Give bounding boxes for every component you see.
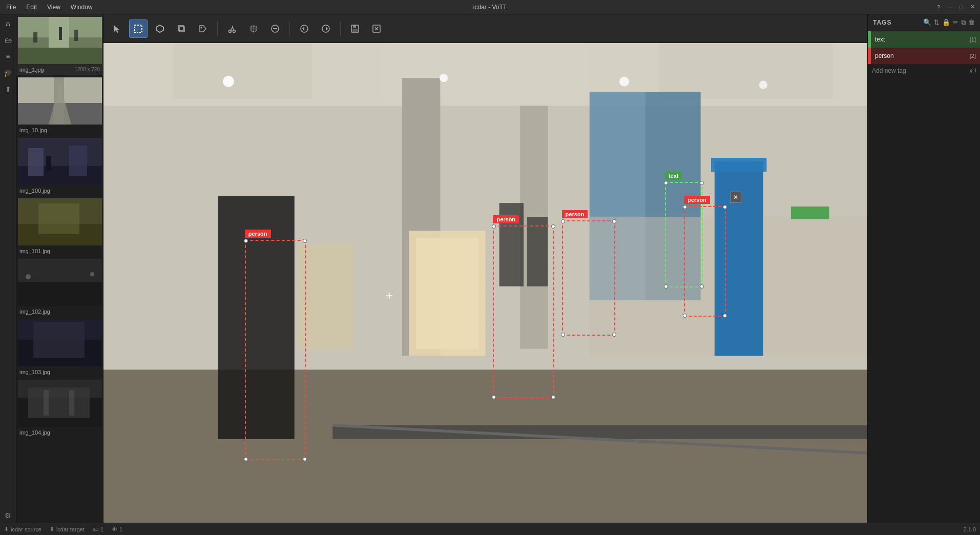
left-sidebar: ⌂ 🗁 ≡ 🎓 ⬆ ⚙ [0, 14, 16, 523]
tags-title: TAGS [873, 19, 891, 26]
tags-delete-icon[interactable]: 🗑 [968, 18, 975, 27]
source-status: ⬇ icdar source [4, 526, 41, 532]
toolbar-separator-2 [289, 22, 290, 36]
app-title: icdar - VoTT [473, 4, 507, 11]
svg-marker-50 [326, 27, 328, 31]
svg-point-79 [759, 81, 767, 89]
tags-count: 1 [100, 526, 103, 532]
list-item[interactable]: img_101.jpg [16, 196, 103, 256]
version-label: 2.1.0 [964, 526, 976, 532]
tag-name: text [871, 36, 966, 43]
list-item[interactable]: img_102.jpg [16, 256, 103, 317]
list-item[interactable]: img_104.jpg [16, 377, 103, 438]
help-button[interactable]: ? [935, 4, 942, 11]
main-image [103, 43, 867, 523]
svg-point-76 [223, 76, 234, 87]
tags-panel: TAGS 🔍 ⇅ 🔒 ✏ ⧉ 🗑 text [1] person [2] Add… [867, 14, 980, 523]
sidebar-folder-icon[interactable]: 🗁 [1, 33, 15, 47]
tags-search-icon[interactable]: 🔍 [923, 18, 931, 27]
sidebar-tag-icon[interactable]: 🎓 [1, 66, 15, 80]
target-status: ⬆ icdar target [50, 526, 85, 532]
target-label: icdar target [56, 526, 85, 532]
tag-item[interactable]: person [2] [868, 48, 980, 64]
tags-header: TAGS 🔍 ⇅ 🔒 ✏ ⧉ 🗑 [868, 14, 980, 31]
tags-lock-icon[interactable]: 🔒 [942, 18, 950, 27]
add-tag-label: Add new tag [872, 67, 906, 74]
delete-tool[interactable] [266, 19, 284, 38]
add-tag-row[interactable]: Add new tag 🏷 [868, 64, 980, 77]
select-tool[interactable] [108, 19, 126, 38]
minimize-button[interactable]: — [946, 4, 953, 11]
svg-rect-52 [353, 25, 356, 28]
menu-window[interactable]: Window [69, 3, 95, 12]
save-tool[interactable] [346, 19, 364, 38]
close-button[interactable]: ✕ [969, 4, 976, 11]
list-item[interactable]: img_103.jpg [16, 317, 103, 377]
svg-rect-13 [28, 148, 44, 176]
svg-rect-67 [499, 203, 524, 286]
svg-rect-30 [69, 390, 74, 416]
tag-tool[interactable] [194, 19, 212, 38]
svg-rect-5 [59, 27, 62, 40]
tags-sort-icon[interactable]: ⇅ [934, 18, 940, 27]
tags-copy-icon[interactable]: ⧉ [961, 18, 966, 27]
list-item[interactable]: img_10.jpg [16, 75, 103, 135]
polygon-tool[interactable] [151, 19, 169, 38]
tags-edit-icon[interactable]: ✏ [953, 18, 958, 27]
zoom-tool[interactable] [367, 19, 386, 38]
sidebar-home-icon[interactable]: ⌂ [1, 16, 15, 31]
svg-point-22 [90, 272, 94, 276]
file-name: img_104.jpg [17, 428, 102, 437]
svg-point-77 [440, 74, 448, 82]
svg-rect-61 [659, 43, 832, 99]
main-layout: ⌂ 🗁 ≡ 🎓 ⬆ ⚙ ✓ [0, 14, 980, 523]
list-item[interactable]: ✓ img_1.jpg 1280 x 720 [16, 14, 103, 75]
svg-rect-18 [38, 203, 79, 234]
center-area: person person person [103, 14, 867, 523]
cut-tool[interactable] [223, 19, 241, 38]
svg-rect-28 [28, 387, 90, 418]
window-controls: ? — □ ✕ [935, 4, 976, 11]
menu-file[interactable]: File [4, 3, 18, 12]
statusbar: ⬇ icdar source ⬆ icdar target 🏷 1 👁 1 2.… [0, 523, 980, 535]
prev-tool[interactable] [295, 19, 314, 38]
svg-marker-31 [114, 25, 119, 33]
list-item[interactable]: img_100.jpg [16, 135, 103, 196]
svg-rect-3 [18, 48, 102, 64]
sidebar-layers-icon[interactable]: ≡ [1, 49, 15, 64]
menu-view[interactable]: View [45, 3, 62, 12]
next-tool[interactable] [317, 19, 335, 38]
copy-region-tool[interactable] [244, 19, 263, 38]
titlebar: File Edit View Window icdar - VoTT ? — □… [0, 0, 980, 14]
canvas-area[interactable]: person person person [103, 43, 867, 523]
svg-rect-15 [46, 156, 51, 171]
tag-item[interactable]: text [1] [868, 31, 980, 48]
file-thumbnail [18, 380, 102, 427]
rect-select-tool[interactable] [129, 19, 148, 38]
menu-bar: File Edit View Window [4, 3, 95, 12]
tags-icon: 🏷 [93, 526, 98, 532]
file-thumbnail [18, 319, 102, 366]
file-thumbnail [18, 77, 102, 125]
source-label: icdar source [11, 526, 41, 532]
svg-rect-20 [18, 282, 102, 306]
visited-status: 👁 1 [112, 526, 122, 532]
tags-status: 🏷 1 [93, 526, 103, 532]
toolbar-separator-3 [340, 22, 341, 36]
svg-point-78 [619, 76, 629, 86]
svg-rect-59 [173, 43, 312, 99]
sidebar-export-icon[interactable]: ⬆ [1, 82, 15, 96]
file-thumbnail [18, 259, 102, 306]
file-thumbnail [18, 198, 102, 245]
add-tag-icon: 🏷 [970, 67, 976, 74]
file-name: img_102.jpg [17, 307, 102, 316]
sidebar-settings-icon[interactable]: ⚙ [1, 508, 15, 523]
svg-rect-4 [33, 32, 37, 43]
toolbar [103, 14, 867, 43]
copy-tool[interactable] [172, 19, 191, 38]
maximize-button[interactable]: □ [957, 4, 965, 11]
source-icon: ⬇ [4, 526, 9, 532]
menu-edit[interactable]: Edit [24, 3, 39, 12]
svg-rect-69 [332, 425, 867, 439]
svg-rect-25 [33, 322, 85, 358]
